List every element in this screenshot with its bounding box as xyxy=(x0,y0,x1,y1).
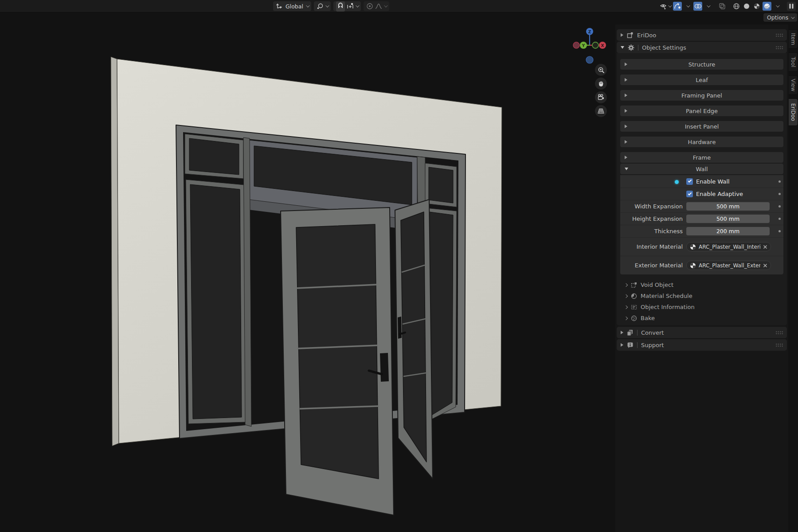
expand-arrow-icon xyxy=(625,168,628,170)
navigation-gizmo[interactable]: Y X Z xyxy=(567,24,616,69)
width-expansion-field[interactable]: 500 mm xyxy=(686,202,770,211)
decorator-dot[interactable] xyxy=(778,205,781,207)
drag-handle[interactable] xyxy=(775,331,783,334)
panel-header-eridoo[interactable]: EriDoo xyxy=(617,29,787,41)
viewport-header: Global xyxy=(0,0,798,12)
axis-ball-neg-z[interactable] xyxy=(586,56,593,63)
shading-dropdown[interactable] xyxy=(773,2,782,11)
snap-increment-icon[interactable] xyxy=(347,3,354,10)
section-panel-edge[interactable]: Panel Edge xyxy=(620,106,783,116)
thickness-field[interactable]: 200 mm xyxy=(686,227,770,235)
drag-handle[interactable] xyxy=(775,343,783,347)
tab-label: EriDoo xyxy=(790,103,796,121)
door-leaf-left[interactable] xyxy=(281,207,394,515)
material-name: ARC_Plaster_Wall_Exterior xyxy=(699,262,760,269)
show-overlays-toggle[interactable] xyxy=(693,2,702,11)
shading-rendered-button[interactable] xyxy=(763,2,771,11)
drag-handle[interactable] xyxy=(775,33,783,37)
subpanel-bake[interactable]: Bake xyxy=(620,313,783,324)
shading-solid-button[interactable] xyxy=(742,2,751,11)
checkbox-label: Enable Wall xyxy=(696,178,730,185)
magnet-icon xyxy=(337,2,344,9)
close-icon[interactable] xyxy=(763,263,767,268)
section-hardware[interactable]: Hardware xyxy=(620,137,783,147)
material-sphere-icon xyxy=(753,3,760,10)
decorator-dot[interactable] xyxy=(778,218,781,220)
tab-item[interactable]: Item xyxy=(789,29,798,49)
enable-wall-checkbox[interactable] xyxy=(686,178,693,185)
chevron-down-icon xyxy=(356,4,359,7)
panel-header-object-settings[interactable]: Object Settings xyxy=(617,42,787,53)
axis-ball-neg-y[interactable] xyxy=(592,42,598,48)
field-value: 500 mm xyxy=(716,215,739,222)
enable-adaptive-checkbox[interactable] xyxy=(686,191,693,197)
tab-tool[interactable]: Tool xyxy=(789,52,798,72)
proportional-edit-icon[interactable] xyxy=(366,3,373,10)
section-label: Leaf xyxy=(696,77,708,83)
snap-toggle-button[interactable] xyxy=(336,1,345,12)
thickness-row: Thickness 200 mm xyxy=(620,225,783,237)
shading-material-button[interactable] xyxy=(752,2,761,11)
options-dropdown[interactable]: Options xyxy=(763,13,797,22)
panel-title: Object Settings xyxy=(642,44,686,51)
subpanel-void-object[interactable]: Void Object xyxy=(620,279,783,290)
section-label: Framing Panel xyxy=(681,92,722,99)
tab-eridoo[interactable]: EriDoo xyxy=(789,98,798,126)
shading-wireframe-button[interactable] xyxy=(732,2,741,11)
orthographic-toggle-button[interactable] xyxy=(595,105,607,117)
exterior-material-field[interactable]: ARC_Plaster_Wall_Exterior xyxy=(686,261,771,270)
section-leaf[interactable]: Leaf xyxy=(620,74,783,85)
section-structure[interactable]: Structure xyxy=(620,59,783,70)
check-icon xyxy=(688,179,691,182)
section-wall[interactable]: Wall xyxy=(620,164,783,174)
pan-button[interactable] xyxy=(595,78,607,90)
camera-view-button[interactable] xyxy=(595,91,607,103)
show-gizmo-toggle[interactable] xyxy=(673,2,682,11)
door-leaf-right[interactable] xyxy=(395,200,433,479)
pivot-point-dropdown[interactable] xyxy=(314,1,331,11)
collapse-arrow-icon xyxy=(625,156,627,159)
drag-handle[interactable] xyxy=(775,46,783,49)
chevron-down-icon xyxy=(384,4,387,7)
pause-icon xyxy=(788,3,795,10)
collapse-arrow-icon xyxy=(625,140,627,144)
collapse-arrow-icon xyxy=(624,283,628,286)
overlays-icon xyxy=(694,3,701,10)
chevron-down-icon xyxy=(306,4,309,7)
panel-title: EriDoo xyxy=(637,32,656,39)
decorator-dot xyxy=(778,264,781,266)
panel-header-support[interactable]: Support xyxy=(617,339,787,351)
chevron-down-icon xyxy=(325,4,329,7)
tab-view[interactable]: View xyxy=(789,75,798,95)
row-label-area xyxy=(622,178,686,185)
zoom-button[interactable] xyxy=(595,64,607,76)
overlays-dropdown[interactable] xyxy=(704,2,712,11)
axis-ball-neg-x[interactable] xyxy=(573,42,579,48)
subpanel-object-information[interactable]: Object Information xyxy=(620,301,783,313)
grid-perspective-icon xyxy=(597,107,605,115)
section-label: Structure xyxy=(688,61,715,68)
close-icon[interactable] xyxy=(763,245,767,249)
pivot-point-icon xyxy=(317,3,324,10)
falloff-curve-icon[interactable] xyxy=(375,3,382,10)
gizmo-dropdown[interactable] xyxy=(683,2,692,11)
camera-icon xyxy=(597,94,605,101)
transform-orientation-dropdown[interactable]: Global xyxy=(273,1,311,11)
section-frame[interactable]: Frame xyxy=(620,152,783,163)
check-icon xyxy=(688,192,691,195)
height-expansion-field[interactable]: 500 mm xyxy=(686,215,770,223)
decorator-dot[interactable] xyxy=(778,193,781,195)
section-framing-panel[interactable]: Framing Panel xyxy=(620,90,783,101)
decorator-dot[interactable] xyxy=(778,230,781,232)
interior-material-field[interactable]: ARC_Plaster_Wall_Interior xyxy=(686,242,771,251)
subpanel-material-schedule[interactable]: Material Schedule xyxy=(620,290,783,301)
xray-toggle[interactable] xyxy=(718,2,727,11)
decorator-dot[interactable] xyxy=(778,180,781,183)
visibility-filter-dropdown[interactable] xyxy=(659,2,672,11)
object-settings-body: Structure Leaf Framing Panel Panel Edge … xyxy=(617,53,787,325)
panel-header-convert[interactable]: Convert xyxy=(617,327,787,338)
rendered-sphere-icon xyxy=(763,3,771,10)
section-insert-panel[interactable]: Insert Panel xyxy=(620,121,783,132)
subpanel-label: Void Object xyxy=(641,282,673,288)
pause-button[interactable] xyxy=(787,2,796,11)
